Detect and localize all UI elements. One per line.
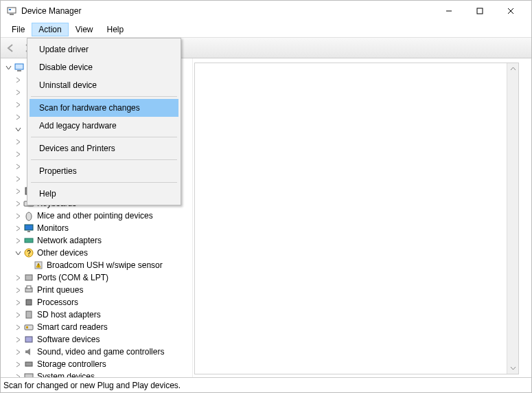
chevron-right-icon[interactable] <box>13 310 23 319</box>
svg-rect-1 <box>10 14 14 15</box>
tree-item-broadcom-ush[interactable]: !Broadcom USH w/swipe sensor <box>30 259 192 271</box>
storage-icon <box>23 359 34 370</box>
menu-view[interactable]: View <box>69 23 100 36</box>
svg-rect-30 <box>25 374 33 377</box>
svg-text:?: ? <box>27 249 31 257</box>
menu-help-item[interactable]: Help <box>30 185 178 203</box>
minimize-button[interactable] <box>433 1 464 21</box>
menu-uninstall-device[interactable]: Uninstall device <box>30 76 178 94</box>
tree-item-software[interactable]: Software devices <box>10 333 192 346</box>
tree-item-mice[interactable]: Mice and other pointing devices <box>10 210 192 222</box>
tree-item-processors[interactable]: Processors <box>10 296 192 308</box>
svg-rect-0 <box>8 8 16 13</box>
statusbar-text: Scan for changed or new Plug and Play de… <box>3 381 181 390</box>
titlebar: Device Manager <box>1 1 531 21</box>
chevron-right-icon[interactable] <box>13 211 23 221</box>
svg-rect-20 <box>25 275 32 280</box>
chevron-right-icon[interactable] <box>13 335 23 344</box>
chevron-right-icon[interactable] <box>13 199 23 208</box>
chevron-right-icon[interactable] <box>13 285 23 295</box>
action-menu-dropdown: Update driver Disable device Uninstall d… <box>27 38 181 205</box>
chevron-right-icon[interactable] <box>13 223 23 233</box>
svg-rect-4 <box>477 8 483 14</box>
tree-item-system[interactable]: System devices <box>10 370 192 377</box>
chevron-right-icon[interactable] <box>13 87 23 97</box>
svg-rect-25 <box>25 325 33 330</box>
menu-separator <box>31 137 177 137</box>
svg-rect-2 <box>9 9 11 10</box>
chevron-right-icon[interactable] <box>13 186 23 196</box>
tree-item-monitors[interactable]: Monitors <box>10 222 192 234</box>
svg-rect-12 <box>25 225 33 230</box>
tree-item-storage[interactable]: Storage controllers <box>10 358 192 370</box>
chevron-right-icon[interactable] <box>13 174 23 183</box>
svg-rect-29 <box>25 362 32 366</box>
svg-rect-27 <box>25 337 32 342</box>
tree-item-smartcard[interactable]: Smart card readers <box>10 321 192 333</box>
tree-item-network[interactable]: Network adapters <box>10 234 192 247</box>
smartcard-icon <box>23 322 34 333</box>
svg-rect-8 <box>17 70 21 71</box>
menu-devices-printers[interactable]: Devices and Printers <box>30 139 178 157</box>
content-panel <box>194 63 519 374</box>
chevron-right-icon[interactable] <box>13 75 23 85</box>
chevron-right-icon[interactable] <box>13 347 23 357</box>
chevron-right-icon[interactable] <box>13 137 23 146</box>
svg-marker-28 <box>25 348 30 355</box>
sd-icon <box>23 309 34 320</box>
menu-disable-device[interactable]: Disable device <box>30 58 178 76</box>
back-button[interactable] <box>3 41 19 56</box>
svg-rect-23 <box>26 300 32 305</box>
window-controls <box>433 1 526 21</box>
svg-rect-7 <box>15 64 23 69</box>
menu-scan-hardware-changes[interactable]: Scan for hardware changes <box>30 99 178 117</box>
chevron-down-icon[interactable] <box>3 63 13 72</box>
menu-separator <box>31 96 177 97</box>
cpu-icon <box>23 297 34 308</box>
close-button[interactable] <box>495 1 526 21</box>
chevron-right-icon[interactable] <box>13 322 23 332</box>
chevron-right-icon[interactable] <box>13 273 23 282</box>
chevron-right-icon[interactable] <box>13 100 23 109</box>
chevron-right-icon[interactable] <box>13 372 23 377</box>
device-manager-window: Device Manager File Action View Help <box>0 0 532 393</box>
svg-point-11 <box>26 212 32 221</box>
chevron-right-icon[interactable] <box>13 149 23 159</box>
menu-help[interactable]: Help <box>100 23 131 36</box>
svg-rect-24 <box>26 311 32 318</box>
menu-properties[interactable]: Properties <box>30 162 178 180</box>
tree-item-sound[interactable]: Sound, video and game controllers <box>10 346 192 358</box>
warning-icon: ! <box>33 260 44 271</box>
computer-icon <box>14 62 25 73</box>
chevron-down-icon[interactable] <box>13 248 23 258</box>
system-icon <box>23 371 34 377</box>
scrollbar-vertical[interactable] <box>507 63 518 374</box>
chevron-right-icon[interactable] <box>13 161 23 171</box>
chevron-down-icon[interactable] <box>13 124 23 134</box>
scroll-up-icon[interactable] <box>507 63 518 75</box>
tree-item-ports[interactable]: Ports (COM & LPT) <box>10 271 192 284</box>
mouse-icon <box>23 210 34 221</box>
scroll-down-icon[interactable] <box>507 362 518 374</box>
chevron-right-icon[interactable] <box>13 112 23 122</box>
window-title: Device Manager <box>21 6 433 16</box>
printer-icon <box>23 284 34 295</box>
statusbar: Scan for changed or new Plug and Play de… <box>1 377 531 392</box>
menu-separator <box>31 159 177 160</box>
maximize-button[interactable] <box>464 1 495 21</box>
monitor-icon <box>23 223 34 234</box>
chevron-right-icon[interactable] <box>13 359 23 369</box>
chevron-right-icon[interactable] <box>13 236 23 245</box>
svg-text:!: ! <box>38 263 39 268</box>
svg-rect-13 <box>27 231 30 232</box>
menu-action[interactable]: Action <box>32 23 68 36</box>
chevron-right-icon[interactable] <box>13 297 23 307</box>
app-icon <box>6 5 17 16</box>
menu-add-legacy-hardware[interactable]: Add legacy hardware <box>30 117 178 135</box>
software-icon <box>23 334 34 345</box>
tree-item-other-devices[interactable]: ?Other devices <box>10 247 192 259</box>
tree-item-sd-host[interactable]: SD host adapters <box>10 308 192 321</box>
menu-file[interactable]: File <box>5 23 32 36</box>
menu-update-driver[interactable]: Update driver <box>30 41 178 58</box>
tree-item-print-queues[interactable]: Print queues <box>10 284 192 296</box>
